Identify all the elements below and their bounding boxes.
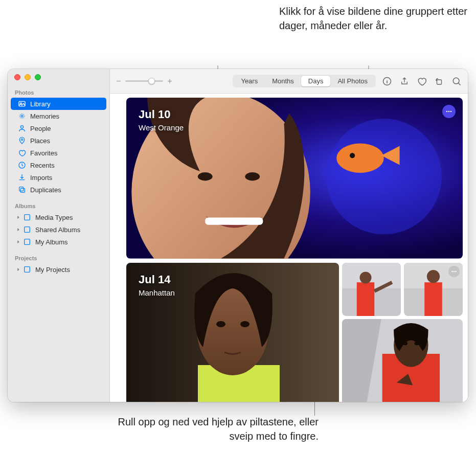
library-icon (18, 100, 26, 108)
day-hero-photo[interactable]: Jul 10 West Orange (126, 98, 463, 259)
rotate-button[interactable] (433, 75, 445, 87)
day-photo-thumb[interactable] (342, 319, 463, 402)
svg-rect-37 (424, 282, 442, 316)
close-button[interactable] (14, 74, 20, 80)
sidebar-item-label: Imports (30, 174, 52, 182)
sidebar-item-places[interactable]: Places (11, 134, 106, 147)
sidebar-item-memories[interactable]: Memories (11, 110, 106, 122)
sidebar-item-label: Recents (30, 162, 55, 169)
svg-point-38 (427, 270, 440, 283)
svg-point-20 (326, 119, 442, 234)
sidebar-item-imports[interactable]: Imports (11, 171, 106, 184)
sidebar-item-duplicates[interactable]: Duplicates (11, 184, 106, 196)
sidebar-item-my-albums[interactable]: My Albums (11, 236, 106, 248)
search-button[interactable] (450, 75, 463, 87)
sidebar-item-label: Places (30, 137, 50, 145)
day-date: Jul 14 (139, 273, 175, 286)
toolbar: − + Years Months Days All Photos (110, 69, 468, 94)
day-photo-thumb[interactable] (404, 263, 463, 316)
chevron-right-icon (16, 214, 21, 221)
day-photo-main[interactable]: Jul 14 Manhattan (126, 263, 339, 402)
sidebar-item-label: Memories (30, 112, 59, 120)
sidebar-item-my-projects[interactable]: My Projects (11, 263, 106, 276)
window-controls (8, 74, 109, 87)
svg-point-41 (455, 270, 456, 271)
sidebar-item-shared-albums[interactable]: Shared Albums (11, 223, 106, 236)
sidebar-item-label: Shared Albums (35, 226, 80, 234)
zoom-slider-knob[interactable] (148, 78, 155, 84)
media-types-icon (23, 213, 31, 221)
sidebar-section-photos: Photos (8, 87, 109, 98)
sidebar-item-label: My Projects (35, 266, 70, 274)
chevron-right-icon (16, 226, 21, 234)
tab-years[interactable]: Years (234, 76, 265, 86)
svg-rect-13 (437, 80, 442, 84)
sidebar-item-people[interactable]: People (11, 122, 106, 134)
svg-point-21 (336, 143, 384, 173)
imports-icon (18, 173, 26, 182)
my-projects-icon (23, 265, 31, 274)
svg-point-17 (198, 172, 213, 180)
minimize-button[interactable] (25, 74, 31, 80)
zoom-control: − + (115, 77, 173, 86)
day-label: Jul 14 Manhattan (139, 273, 175, 297)
sidebar-section-albums: Albums (8, 201, 109, 211)
maximize-button[interactable] (35, 74, 41, 80)
zoom-slider[interactable] (125, 80, 163, 82)
sidebar-item-recents[interactable]: Recents (11, 159, 106, 171)
svg-point-2 (21, 115, 23, 117)
share-button[interactable] (398, 75, 411, 87)
sidebar: Photos Library Memories People Places (8, 69, 110, 402)
svg-point-14 (453, 78, 459, 84)
view-segmented-control: Years Months Days All Photos (233, 75, 376, 87)
sidebar-item-media-types[interactable]: Media Types (11, 211, 106, 223)
main-panel: − + Years Months Days All Photos (110, 69, 468, 402)
duplicates-icon (18, 186, 26, 194)
app-window: Photos Library Memories People Places (8, 69, 468, 402)
sidebar-item-label: My Albums (35, 238, 68, 246)
tab-all-photos[interactable]: All Photos (330, 76, 375, 86)
favorite-button[interactable] (416, 75, 428, 87)
svg-rect-7 (19, 187, 24, 191)
zoom-out-button[interactable]: − (115, 77, 122, 86)
tab-months[interactable]: Months (265, 76, 301, 86)
memories-icon (18, 112, 26, 120)
more-button[interactable] (442, 105, 456, 118)
day-block-1: Jul 10 West Orange (126, 98, 463, 259)
day-location: West Orange (139, 123, 184, 132)
svg-rect-19 (205, 217, 263, 224)
sidebar-item-favorites[interactable]: Favorites (11, 147, 106, 159)
tab-days[interactable]: Days (301, 76, 331, 86)
sidebar-item-label: Library (30, 100, 51, 108)
svg-point-40 (454, 270, 455, 271)
svg-rect-6 (20, 188, 25, 192)
content-area[interactable]: Jul 10 West Orange (110, 94, 468, 402)
callout-top: Klikk for å vise bildene dine gruppert e… (279, 4, 476, 33)
svg-point-24 (448, 111, 450, 112)
sidebar-item-library[interactable]: Library (11, 98, 106, 110)
zoom-in-button[interactable]: + (166, 77, 173, 86)
svg-rect-10 (25, 239, 30, 245)
svg-point-25 (450, 111, 452, 112)
svg-point-46 (403, 342, 407, 345)
recents-icon (18, 161, 26, 169)
svg-rect-11 (25, 267, 30, 273)
svg-point-22 (350, 153, 355, 158)
day-date: Jul 10 (139, 108, 184, 121)
shared-albums-icon (23, 225, 31, 234)
svg-point-34 (360, 271, 372, 283)
svg-point-18 (245, 172, 260, 180)
sidebar-section-projects: Projects (8, 253, 109, 263)
chevron-right-icon (16, 266, 21, 274)
day-photo-thumb[interactable] (342, 263, 401, 316)
svg-point-3 (20, 126, 23, 128)
svg-point-47 (415, 342, 419, 345)
svg-rect-9 (25, 227, 30, 233)
favorites-icon (18, 149, 26, 157)
sidebar-item-label: Favorites (30, 149, 57, 157)
more-button[interactable] (448, 266, 460, 277)
svg-point-4 (21, 139, 22, 140)
info-button[interactable] (381, 75, 393, 87)
people-icon (18, 124, 26, 132)
svg-point-39 (451, 270, 452, 271)
